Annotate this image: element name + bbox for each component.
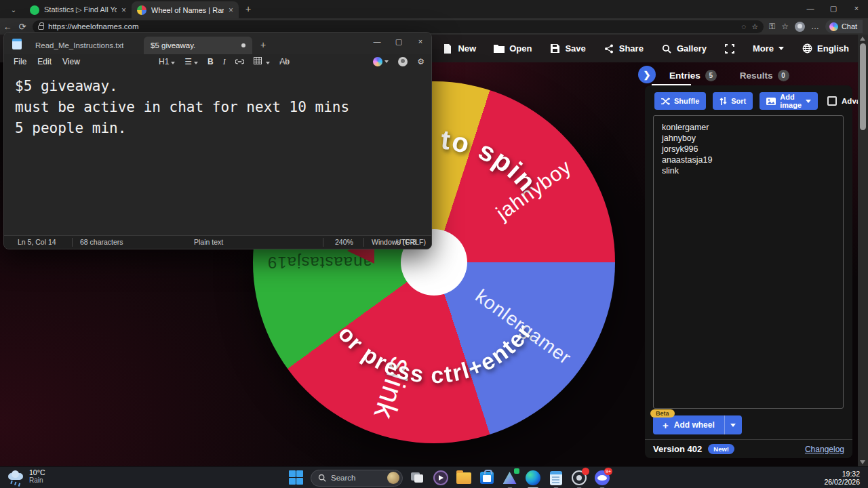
browser-essentials-icon[interactable]: ⚿ <box>769 22 775 31</box>
entry-line[interactable]: jorsyk996 <box>662 144 835 155</box>
heading-button[interactable]: H1 <box>159 57 175 66</box>
url-text[interactable]: https://wheelofnames.com <box>48 22 738 30</box>
copilot-button[interactable] <box>373 57 389 66</box>
cursor-position: Ln 5, Col 14 <box>18 238 56 246</box>
instruction-ctrl-enter: or press ctrl+enter <box>333 319 537 388</box>
tab-title: Wheel of Names | Random name gen <box>151 6 224 14</box>
url-field[interactable]: https://wheelofnames.com ◌ ☆ <box>33 20 764 33</box>
save-button[interactable]: Save <box>549 43 585 54</box>
scroll-up-icon[interactable] <box>860 37 865 41</box>
ms-store-button[interactable] <box>478 470 495 487</box>
discord-button[interactable]: 9+ <box>593 470 610 487</box>
results-count-badge: 0 <box>778 70 789 81</box>
chat-button[interactable]: Chat <box>825 20 863 33</box>
new-badge: New! <box>708 444 734 454</box>
zoom-level[interactable]: 240% <box>335 238 353 246</box>
settings-gear-icon[interactable]: ⚙ <box>417 57 425 66</box>
entry-line[interactable]: konlergamer <box>662 122 835 133</box>
notepad-window: Read_Me_Instructions.txt $5 giveaway. + … <box>3 32 432 249</box>
scrollbar-thumb[interactable] <box>860 43 866 130</box>
tab-entries[interactable]: Entries 5 <box>669 70 717 81</box>
add-wheel-dropdown-button[interactable] <box>724 415 742 434</box>
tab-search-chevron-icon[interactable]: ⌄ <box>5 2 22 17</box>
menu-edit[interactable]: Edit <box>37 57 52 66</box>
maximize-button[interactable]: ▢ <box>822 0 845 16</box>
entry-line[interactable]: slink <box>662 165 835 176</box>
minimize-button[interactable]: — <box>799 0 822 16</box>
refresh-icon[interactable]: ⟳ <box>15 22 30 32</box>
more-menu-icon[interactable]: … <box>811 22 819 31</box>
notepad-tab-giveaway[interactable]: $5 giveaway. <box>144 37 252 54</box>
notepad-new-tab-button[interactable]: + <box>260 39 266 50</box>
back-icon[interactable]: ← <box>0 22 15 32</box>
browser-tab-statistics[interactable]: Statistics ▷ Find All Your Play Stati × <box>24 1 132 18</box>
add-wheel-button[interactable]: + Add wheel Beta <box>653 415 724 434</box>
tab-close-icon[interactable]: × <box>229 5 233 15</box>
gallery-button[interactable]: Gallery <box>661 43 707 54</box>
minimize-button[interactable]: — <box>366 33 388 50</box>
more-button[interactable]: More <box>753 43 784 54</box>
divider <box>363 238 364 247</box>
notepad-tab-readme[interactable]: Read_Me_Instructions.txt <box>28 37 144 54</box>
entries-textarea[interactable]: konlergamer jahnyboy jorsyk996 anaastasj… <box>653 115 844 409</box>
media-player-button[interactable] <box>432 470 449 487</box>
entry-line[interactable]: anaastasja19 <box>662 155 835 165</box>
share-button[interactable]: Share <box>604 43 644 54</box>
link-icon[interactable] <box>235 57 244 66</box>
profile-avatar[interactable] <box>795 22 805 32</box>
rain-cloud-icon <box>7 470 24 483</box>
entries-count-badge: 5 <box>705 70 717 81</box>
open-button[interactable]: Open <box>494 43 532 54</box>
fullscreen-button[interactable] <box>724 43 735 54</box>
addressbar-actions: ⚿ ☆ … Chat <box>769 20 863 33</box>
encoding[interactable]: UTF-8 <box>396 238 416 246</box>
scroll-down-icon[interactable] <box>860 460 865 464</box>
edge-button[interactable] <box>524 470 541 487</box>
sort-button[interactable]: Sort <box>713 92 753 110</box>
obs-button[interactable] <box>570 470 587 487</box>
new-button[interactable]: New <box>442 43 476 54</box>
shuffle-button[interactable]: Shuffle <box>654 92 706 110</box>
menu-view[interactable]: View <box>62 57 80 66</box>
vpn-icon <box>503 472 517 484</box>
list-button[interactable]: ☰ <box>184 57 198 66</box>
taskbar-clock[interactable]: 19:32 26/02/2026 <box>824 470 860 486</box>
split-screen-icon[interactable]: ◌ <box>742 22 747 30</box>
close-button[interactable]: × <box>845 0 868 16</box>
notepad-icon <box>550 471 562 485</box>
page-scrollbar[interactable] <box>858 35 868 466</box>
folder-icon <box>494 43 505 54</box>
task-view-button[interactable] <box>409 470 426 487</box>
bold-button[interactable]: B <box>208 57 214 66</box>
weather-widget[interactable]: 10°C Rain <box>7 468 45 484</box>
start-button[interactable] <box>288 470 304 487</box>
file-explorer-button[interactable] <box>455 470 472 487</box>
store-icon <box>480 472 494 484</box>
browser-tab-wheelofnames[interactable]: Wheel of Names | Random name gen × <box>132 1 239 18</box>
changelog-link[interactable]: Changelog <box>805 445 844 454</box>
tab-results[interactable]: Results 0 <box>740 70 789 81</box>
beta-badge: Beta <box>650 409 675 418</box>
close-button[interactable]: × <box>410 33 431 50</box>
favorites-bar-icon[interactable]: ☆ <box>781 22 789 31</box>
table-button[interactable] <box>254 57 270 66</box>
clear-format-icon[interactable]: Ab <box>279 57 290 66</box>
account-avatar[interactable] <box>398 57 408 66</box>
tab-close-icon[interactable]: × <box>121 5 126 15</box>
advanced-checkbox[interactable] <box>827 96 837 106</box>
italic-button[interactable]: I <box>223 57 226 67</box>
vpn-button[interactable] <box>501 470 518 487</box>
add-image-button[interactable]: Add image <box>760 92 818 110</box>
favorite-star-icon[interactable]: ☆ <box>751 22 758 31</box>
notepad-button[interactable] <box>547 470 564 487</box>
language-button[interactable]: English <box>802 43 849 54</box>
taskbar-search[interactable]: Search <box>311 470 403 487</box>
menu-file[interactable]: File <box>14 57 26 66</box>
entry-line[interactable]: jahnyboy <box>662 133 835 144</box>
new-tab-button[interactable]: + <box>245 3 251 14</box>
collapse-panel-button[interactable]: ❯ <box>638 66 656 83</box>
panel-footer: Version 402 New! Changelog <box>645 439 852 458</box>
notepad-editor[interactable]: $5 giveaway.must be active in chat for n… <box>4 69 431 237</box>
notepad-titlebar[interactable]: Read_Me_Instructions.txt $5 giveaway. + … <box>4 33 431 54</box>
maximize-button[interactable]: ▢ <box>388 33 410 50</box>
